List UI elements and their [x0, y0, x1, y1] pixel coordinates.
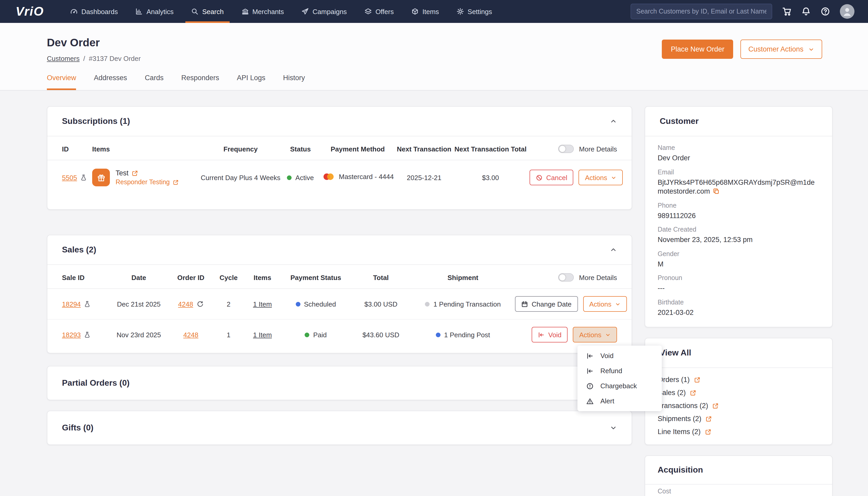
column-header-date: Date — [109, 274, 169, 281]
nav-item-analytics[interactable]: Analytics — [127, 0, 183, 23]
nav-label: Analytics — [147, 7, 174, 15]
sale-payment-status: Paid — [313, 331, 327, 339]
cancel-subscription-button[interactable]: Cancel — [530, 170, 574, 185]
chevron-down-icon — [808, 46, 814, 52]
column-header-cycle: Cycle — [213, 274, 244, 281]
change-date-label: Change Date — [532, 300, 572, 308]
ban-icon — [536, 174, 543, 181]
nav-item-offers[interactable]: Offers — [356, 0, 402, 23]
responder-testing-link[interactable]: Responder Testing — [116, 179, 179, 186]
sales-more-details-toggle[interactable] — [558, 273, 574, 282]
sale-items-link[interactable]: 1 Item — [253, 300, 272, 308]
page-header: Dev Order Customers / #3137 Dev Order Pl… — [0, 23, 868, 62]
gifts-collapse-button[interactable] — [610, 424, 617, 432]
subscription-actions-button[interactable]: Actions — [579, 170, 623, 185]
partial-orders-title: Partial Orders (0) — [62, 378, 130, 388]
subscription-payment-method: Mastercard - 4444 — [339, 173, 394, 181]
acquisition-title: Acquisition — [658, 466, 703, 475]
calendar-icon — [521, 300, 528, 307]
customer-field-date-created: Date Created November 23, 2025, 12:53 pm — [658, 226, 820, 244]
subscriptions-collapse-button[interactable] — [610, 118, 617, 125]
subscriptions-title: Subscriptions (1) — [62, 117, 130, 126]
test-flask-icon — [84, 331, 91, 338]
field-label: Email — [658, 168, 820, 176]
more-details-label: More Details — [579, 145, 617, 153]
chevron-down-icon — [610, 424, 617, 432]
nav-item-items[interactable]: Items — [402, 0, 448, 23]
sale-items-link[interactable]: 1 Item — [253, 331, 272, 339]
menu-item-refund[interactable]: Refund — [577, 363, 662, 378]
analytics-icon — [136, 8, 143, 15]
customer-actions-button[interactable]: Customer Actions — [741, 40, 822, 59]
copy-email-icon[interactable] — [713, 188, 719, 195]
order-id-link[interactable]: 4248 — [178, 300, 193, 308]
sale-id-link[interactable]: 18294 — [62, 300, 81, 308]
field-label: Gender — [658, 250, 820, 258]
sale-row: 18293 Nov 23rd 2025 4248 1 1 Item Paid $… — [47, 319, 631, 350]
view-all-orders-link[interactable]: Orders (1) — [658, 373, 820, 386]
external-link-icon — [690, 390, 696, 396]
customer-card: Customer Name Dev Order Email BjtJYRks4P… — [645, 106, 833, 328]
change-date-button[interactable]: Change Date — [515, 296, 578, 312]
menu-item-chargeback[interactable]: Chargeback — [577, 378, 662, 393]
sale-actions-button-open[interactable]: Actions — [573, 327, 617, 342]
test-flask-icon — [80, 174, 87, 181]
customer-email-value: BjtJYRks4PT6H65p68MXGRAYdsmj7pSR@m1demot… — [658, 178, 814, 195]
breadcrumb: Customers / #3137 Dev Order — [47, 55, 141, 62]
column-header-frequency: Frequency — [199, 145, 282, 153]
void-sale-button[interactable]: Void — [532, 327, 568, 342]
nav-item-campaigns[interactable]: Campaigns — [293, 0, 356, 23]
mastercard-icon — [322, 172, 335, 181]
cart-icon[interactable] — [782, 7, 791, 16]
sale-actions-button[interactable]: Actions — [583, 296, 627, 312]
tab-api-logs[interactable]: API Logs — [237, 74, 265, 90]
customer-search-input[interactable] — [636, 8, 766, 15]
column-header-next-transaction: Next Transaction — [397, 145, 452, 153]
subscription-item-name: Test — [116, 169, 128, 177]
field-value: M — [658, 260, 820, 268]
sale-id-link[interactable]: 18293 — [62, 331, 81, 339]
external-link-icon[interactable] — [132, 170, 138, 176]
tab-history[interactable]: History — [283, 74, 305, 90]
help-icon[interactable] — [821, 7, 830, 16]
nav-item-dashboards[interactable]: Dashboards — [62, 0, 127, 23]
tab-responders[interactable]: Responders — [181, 74, 219, 90]
subscription-id-link[interactable]: 5505 — [62, 174, 77, 181]
more-details-label: More Details — [579, 274, 617, 281]
subscriptions-more-details-toggle[interactable] — [558, 145, 574, 153]
subscription-status: Active — [295, 174, 314, 181]
chevron-up-icon — [610, 246, 617, 253]
cancel-label: Cancel — [546, 174, 567, 181]
menu-item-label: Alert — [600, 397, 614, 405]
customer-field-phone: Phone 9891112026 — [658, 202, 820, 220]
tab-addresses[interactable]: Addresses — [94, 74, 127, 90]
sales-collapse-button[interactable] — [610, 246, 617, 253]
nav-item-settings[interactable]: Settings — [448, 0, 501, 23]
nav-label: Campaigns — [313, 7, 347, 15]
order-id-link[interactable]: 4248 — [183, 331, 198, 339]
menu-item-alert[interactable]: Alert — [577, 393, 662, 408]
sales-title: Sales (2) — [62, 245, 96, 254]
view-all-transactions-link[interactable]: Transactions (2) — [658, 400, 820, 413]
sale-date: Nov 23rd 2025 — [109, 331, 169, 339]
view-all-sales-link[interactable]: Sales (2) — [658, 386, 820, 400]
menu-item-void[interactable]: Void — [577, 348, 662, 363]
view-all-shipments-link[interactable]: Shipments (2) — [658, 413, 820, 425]
tab-cards[interactable]: Cards — [145, 74, 164, 90]
notifications-bell-icon[interactable] — [801, 7, 811, 16]
customer-field-name: Name Dev Order — [658, 144, 820, 162]
gift-icon — [96, 173, 105, 182]
acquisition-card: Acquisition Cost — [645, 456, 833, 496]
view-all-item-label: Transactions (2) — [658, 402, 708, 410]
place-new-order-button[interactable]: Place New Order — [662, 40, 733, 59]
view-all-line-items-link[interactable]: Line Items (2) — [658, 425, 820, 438]
logo[interactable]: VriO — [16, 0, 44, 23]
view-all-title: View All — [660, 348, 691, 358]
nav-item-search[interactable]: Search — [183, 0, 232, 23]
breadcrumb-customers-link[interactable]: Customers — [47, 55, 80, 62]
nav-item-merchants[interactable]: Merchants — [232, 0, 293, 23]
top-navbar: VriO Dashboards Analytics Search Merchan… — [0, 0, 868, 23]
user-avatar[interactable] — [840, 4, 854, 19]
tab-overview[interactable]: Overview — [47, 74, 76, 90]
nav-label: Items — [422, 7, 439, 15]
